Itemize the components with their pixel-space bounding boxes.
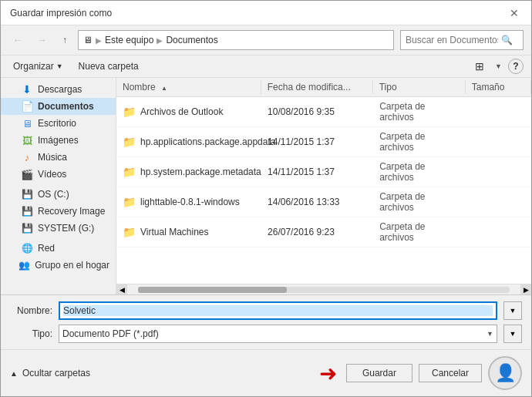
organize-label: Organizar	[13, 61, 54, 72]
type-dropdown-btn[interactable]: ▼	[503, 325, 522, 343]
file-type: Carpeta de archivos	[373, 220, 466, 244]
sidebar-item-os-c[interactable]: 💾 OS (C:)	[1, 186, 116, 203]
col-header-name[interactable]: Nombre ▲	[116, 80, 261, 94]
address-toolbar: ← → ↑ 🖥 ▶ Este equipo ▶ Documentos 🔍	[1, 25, 531, 56]
homegroup-icon: 👥	[18, 259, 30, 271]
horizontal-scrollbar[interactable]: ◀ ▶	[116, 284, 531, 294]
table-row[interactable]: 📁 hp.system.package.metadata 14/11/2015 …	[116, 157, 531, 187]
table-row[interactable]: 📁 Archivos de Outlook 10/08/2016 9:35 Ca…	[116, 97, 531, 127]
type-row: Tipo: Documento PDF (*.pdf) ▼ ▼	[10, 325, 522, 343]
help-button[interactable]: ?	[508, 59, 524, 74]
bottom-form: Nombre: ▼ Tipo: Documento PDF (*.pdf) ▼ …	[1, 294, 531, 349]
up-button[interactable]: ↑	[58, 32, 72, 48]
scroll-thumb[interactable]	[138, 287, 287, 293]
sidebar-item-recovery[interactable]: 💾 Recovery Image	[1, 203, 116, 220]
file-type: Carpeta de archivos	[373, 190, 466, 214]
view-toggle-button[interactable]: ⊞	[470, 59, 489, 74]
breadcrumb[interactable]: 🖥 ▶ Este equipo ▶ Documentos	[78, 30, 394, 50]
hide-folders-toggle[interactable]: ▲ Ocultar carpetas	[10, 368, 90, 378]
file-name: Virtual Machines	[140, 227, 209, 237]
file-name: hp.system.package.metadata	[140, 167, 261, 177]
sort-icon: ▲	[161, 85, 167, 92]
scroll-right-btn[interactable]: ▶	[520, 284, 531, 295]
sub-toolbar: Organizar ▼ Nueva carpeta ⊞ ▼ ?	[1, 56, 531, 78]
network-icon: 🌐	[21, 242, 33, 254]
sidebar-item-label: Imágenes	[38, 135, 79, 146]
sidebar-item-desktop[interactable]: 🖥 Escritorio	[1, 115, 116, 132]
sidebar: ⬇ Descargas 📄 Documentos 🖥 Escritorio 🖼 …	[1, 78, 116, 294]
file-date: 26/07/2016 9:23	[261, 225, 373, 239]
file-list-container: Nombre ▲ Fecha de modifica... Tipo Tamañ…	[116, 78, 531, 294]
footer-buttons: ➜ Guardar Cancelar 👤	[319, 356, 522, 390]
file-size	[466, 170, 531, 173]
sidebar-item-label: Red	[38, 243, 55, 254]
chevron-icon: ▲	[10, 369, 18, 378]
sidebar-item-label: OS (C:)	[38, 189, 69, 200]
sidebar-item-homegroup[interactable]: 👥 Grupo en el hogar	[1, 257, 116, 274]
back-button[interactable]: ←	[8, 32, 27, 48]
sidebar-item-label: Vídeos	[38, 169, 66, 180]
breadcrumb-separator2: ▶	[157, 36, 163, 45]
col-header-type[interactable]: Tipo	[373, 80, 466, 94]
sidebar-item-documents[interactable]: 📄 Documentos	[1, 98, 116, 115]
sidebar-item-network[interactable]: 🌐 Red	[1, 240, 116, 257]
sidebar-item-images[interactable]: 🖼 Imágenes	[1, 132, 116, 149]
sidebar-item-downloads[interactable]: ⬇ Descargas	[1, 81, 116, 98]
search-input[interactable]	[406, 35, 498, 45]
desktop-icon: 🖥	[21, 117, 33, 130]
table-row[interactable]: 📁 lighttable-0.8.1-windows 14/06/2016 13…	[116, 187, 531, 217]
sidebar-item-system-g[interactable]: 💾 SYSTEM (G:)	[1, 220, 116, 237]
search-icon: 🔍	[501, 35, 513, 45]
documents-icon: 📄	[21, 100, 33, 113]
folder-icon: 📁	[123, 136, 136, 148]
search-box[interactable]: 🔍	[400, 30, 524, 50]
close-button[interactable]: ✕	[507, 5, 522, 21]
sidebar-item-label: SYSTEM (G:)	[38, 223, 94, 234]
breadcrumb-item-computer[interactable]: Este equipo	[105, 35, 153, 45]
file-type: Carpeta de archivos	[373, 130, 466, 154]
sidebar-item-label: Grupo en el hogar	[35, 260, 109, 271]
name-input[interactable]	[63, 305, 493, 316]
new-folder-button[interactable]: Nueva carpeta	[74, 59, 143, 73]
cancel-button[interactable]: Cancelar	[419, 364, 482, 382]
folder-icon: 📁	[123, 106, 136, 118]
forward-button[interactable]: →	[33, 32, 52, 48]
file-name: hp.applications.package.appdata	[140, 136, 275, 147]
scroll-left-btn[interactable]: ◀	[116, 284, 127, 295]
drive-g-icon: 💾	[21, 222, 33, 234]
type-label: Tipo:	[10, 328, 52, 339]
table-row[interactable]: 📁 hp.applications.package.appdata 14/11/…	[116, 127, 531, 157]
file-list: 📁 Archivos de Outlook 10/08/2016 9:35 Ca…	[116, 97, 531, 284]
scroll-track[interactable]	[138, 287, 510, 293]
name-row: Nombre: ▼	[10, 301, 522, 320]
type-select-wrap[interactable]: Documento PDF (*.pdf) ▼	[59, 325, 497, 343]
downloads-icon: ⬇	[21, 83, 33, 96]
images-icon: 🖼	[21, 134, 33, 146]
type-select[interactable]: Documento PDF (*.pdf)	[62, 328, 493, 339]
file-date: 14/11/2015 1:37	[261, 165, 373, 179]
organize-button[interactable]: Organizar ▼	[8, 59, 68, 73]
file-type: Carpeta de archivos	[373, 99, 466, 124]
organize-arrow-icon: ▼	[56, 62, 63, 70]
name-input-wrap[interactable]	[59, 301, 497, 320]
file-name: Archivos de Outlook	[140, 106, 223, 117]
save-dialog: Guardar impresión como ✕ ← → ↑ 🖥 ▶ Este …	[0, 0, 532, 397]
dialog-title: Guardar impresión como	[10, 8, 112, 19]
folder-icon: 📁	[123, 196, 136, 208]
name-dropdown-btn[interactable]: ▼	[503, 301, 522, 320]
drive-c-icon: 💾	[21, 188, 33, 200]
folder-icon: 📁	[123, 166, 136, 178]
file-size	[466, 230, 531, 234]
col-header-size[interactable]: Tamaño	[466, 80, 531, 94]
sidebar-item-music[interactable]: ♪ Música	[1, 149, 116, 166]
file-date: 14/06/2016 13:33	[261, 195, 373, 209]
title-bar: Guardar impresión como ✕	[1, 1, 531, 25]
table-row[interactable]: 📁 Virtual Machines 26/07/2016 9:23 Carpe…	[116, 217, 531, 247]
save-button[interactable]: Guardar	[346, 364, 412, 382]
sidebar-item-label: Recovery Image	[38, 206, 105, 217]
name-label: Nombre:	[10, 305, 52, 316]
folder-icon: 📁	[123, 226, 136, 238]
sidebar-item-videos[interactable]: 🎬 Vídeos	[1, 166, 116, 183]
col-header-date[interactable]: Fecha de modifica...	[261, 80, 373, 94]
breadcrumb-item-documents[interactable]: Documentos	[166, 35, 217, 45]
